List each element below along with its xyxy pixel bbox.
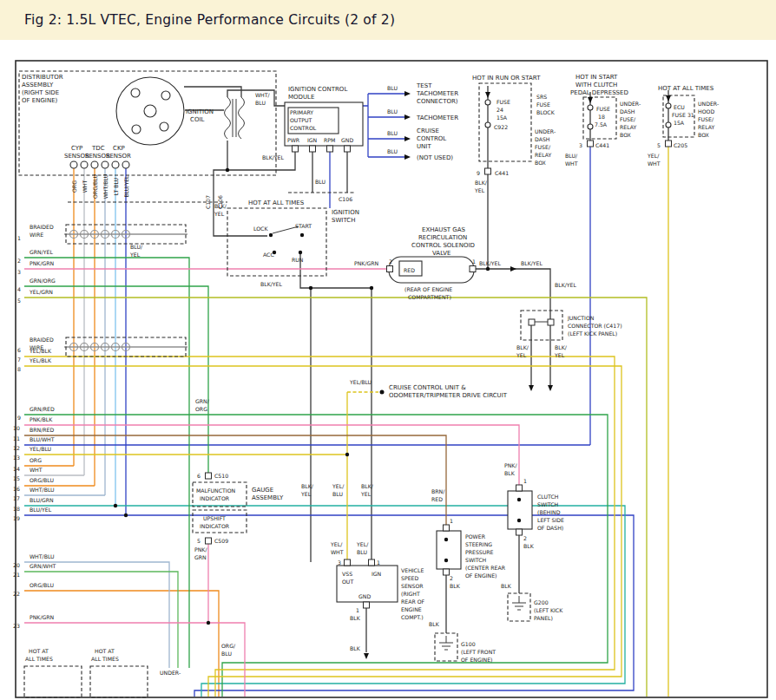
component-label: GAUGE (252, 487, 273, 494)
component-label: (NOT USED) (417, 154, 453, 161)
component-label: LEFT SIDE (537, 517, 564, 523)
wire-color-label: YEL (554, 352, 565, 358)
junction-dot (345, 453, 349, 456)
component-label: TACHOMETER (416, 114, 458, 121)
connector-label: C509 (214, 538, 228, 544)
component-label: HOT IN RUN OR START (472, 75, 541, 82)
component-label: BOX (535, 160, 547, 166)
row-label: YEL/GRN (29, 289, 53, 295)
junction-dot (486, 267, 490, 271)
pin-number: 3 (579, 142, 582, 148)
note-label: ODOMETER/TRIPMETER DRIVE CIRCUIT (389, 392, 508, 399)
pin-label: OUT (342, 579, 353, 585)
wire-color-label: WHT/ (255, 92, 271, 98)
fuse-label: 24 (497, 107, 503, 113)
component-label: PRIMARY (290, 109, 313, 115)
pin-label: IGN (307, 137, 318, 143)
wire-color-label: BLK (429, 621, 440, 627)
component-label: OUTPUT (290, 117, 312, 123)
junction-dot (309, 286, 312, 290)
connector-pin (369, 559, 375, 566)
fuse-label: FUSE (596, 106, 610, 112)
junction-box (521, 311, 562, 340)
switch-contact (269, 233, 273, 237)
component-label: UNDER- (160, 670, 181, 676)
switch-position-label: RUN (292, 257, 304, 263)
junction-dot (380, 390, 385, 395)
ground-label: PANEL) (534, 615, 553, 621)
row-number: 7 (17, 357, 21, 363)
wire-color-label: BLU (332, 491, 343, 497)
wire-color-label: BLU/YEL (123, 175, 129, 198)
connector-label: C441 (495, 170, 509, 176)
row-label: ORG/BLU (30, 477, 54, 483)
connector-label: C922 (494, 124, 508, 130)
row-label: WIRE (30, 232, 43, 238)
switch-contact (517, 498, 521, 501)
wire-color-label: WHT (331, 549, 344, 555)
pin-number: 5 (197, 538, 201, 544)
wire-color-label: BLU (387, 108, 398, 114)
clutch-switch-box (508, 491, 532, 529)
connector-pin (485, 168, 491, 174)
wire-color-label: BLK/ (301, 483, 314, 489)
distributor-terminal (132, 125, 141, 134)
row-number: 16 (13, 486, 20, 492)
fuse-label: 7.5A (595, 121, 608, 128)
component-label: BOX (620, 132, 632, 138)
wire (24, 366, 621, 697)
row-number: 11 (13, 435, 20, 442)
component-label: PEDAL DEPRESSED (570, 89, 628, 96)
wire-color-label: BLK/YEL (260, 281, 283, 287)
ground-symbol (512, 596, 526, 610)
wire-color-label: BLU (387, 85, 398, 91)
ps-switch-box (437, 531, 461, 569)
wire-color-label: GRN (194, 554, 207, 560)
row-label: GRN/ORG (30, 278, 56, 284)
row-label: ORG (30, 457, 42, 463)
coil-winding (239, 97, 245, 139)
arrowhead (529, 385, 534, 391)
component-label: CONTROL SOLENOID (411, 242, 475, 249)
pin-number: 6 (197, 473, 201, 479)
junction-dot (370, 286, 373, 290)
note-label: CRUISE CONTROL UNIT & (389, 384, 466, 391)
component-label: OF ENGINE) (465, 572, 497, 579)
component-label: SENSOR (106, 153, 131, 160)
bottom-fuse-box (90, 666, 148, 697)
component-label: CLUTCH (537, 494, 559, 500)
coil-core (233, 99, 236, 137)
row-number: 10 (13, 425, 20, 431)
component-label: MALFUNCTION (196, 487, 236, 494)
wire (24, 435, 446, 525)
row-label: GRN/RED (30, 406, 55, 412)
row-number: 12 (13, 445, 20, 451)
component-label: ALL TIMES (25, 656, 53, 662)
pin-label: GND (341, 137, 353, 143)
component-label: CRUISE (417, 128, 439, 134)
row-label: GRN/YEL (30, 249, 53, 255)
row-number: 19 (13, 515, 20, 521)
wire (214, 152, 295, 236)
component-label: WITH CLUTCH (575, 82, 617, 88)
distributor-terminal (161, 91, 170, 100)
sensor-terminal (112, 161, 119, 168)
wire-color-label: BLK/YEL (262, 154, 285, 160)
pin-label: PWR (287, 137, 300, 143)
component-label: CONTROL (290, 125, 317, 131)
wire-color-label: BLK/ (516, 344, 529, 350)
wires-brown (24, 435, 446, 525)
sensor-terminal (122, 161, 129, 168)
bottom-fuse-box (24, 666, 82, 697)
switch-position-label: ACC (263, 252, 274, 258)
wire (300, 254, 372, 288)
ground-label: (LEFT KICK (534, 607, 563, 613)
distributor-rotor (144, 105, 156, 117)
row-label: BRN/RED (30, 427, 54, 433)
wire-color-label: BLK/ (214, 203, 227, 209)
connector-label: C107 (205, 195, 211, 209)
wire-color-label: ORG/BLU (92, 174, 98, 199)
component-label: ENGINE (401, 606, 422, 612)
component-label: HOT IN START (575, 74, 618, 81)
component-label: HOOD (698, 108, 714, 114)
